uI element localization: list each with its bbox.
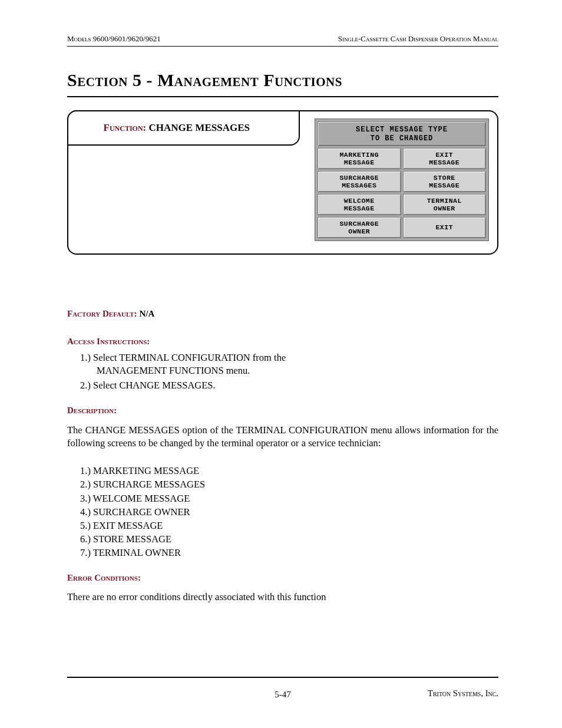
screen-button-surcharge-owner[interactable]: SURCHARGE OWNER [318, 217, 401, 238]
access-step: 1.) Select TERMINAL CONFIGURATION from t… [80, 351, 310, 378]
screen-button-welcome-message[interactable]: WELCOME MESSAGE [318, 194, 401, 215]
list-item: 3.) WELCOME MESSAGE [80, 492, 498, 505]
page-header: Models 9600/9601/9620/9621 Single-Casset… [67, 34, 498, 47]
access-instructions-block: Access Instructions: [67, 337, 498, 347]
list-item: 7.) TERMINAL OWNER [80, 546, 498, 559]
list-item: 6.) STORE MESSAGE [80, 532, 498, 546]
list-item: 5.) EXIT MESSAGE [80, 519, 498, 532]
screen-button-marketing-message[interactable]: MARKETING MESSAGE [318, 148, 401, 169]
terminal-screen: SELECT MESSAGE TYPE TO BE CHANGED MARKET… [315, 118, 489, 241]
screen-button-grid: MARKETING MESSAGE EXIT MESSAGE SURCHARGE… [318, 148, 486, 238]
error-conditions-label-row: Error Conditions: [67, 572, 498, 583]
access-step: 2.) Select CHANGE MESSAGES. [80, 379, 310, 392]
header-right: Single-Cassette Cash Dispenser Operation… [338, 34, 498, 44]
description-label-row: Description: [67, 405, 498, 416]
title-rule [67, 96, 498, 97]
factory-default-label: Factory Default: [67, 309, 137, 318]
body-content: Factory Default: N/A Access Instructions… [67, 309, 498, 603]
page-footer: Triton Systems, Inc. 5-47 [67, 677, 498, 699]
list-item: 1.) MARKETING MESSAGE [80, 464, 498, 477]
error-conditions-label: Error Conditions: [67, 573, 141, 582]
header-left: Models 9600/9601/9620/9621 [67, 34, 161, 44]
description-label: Description: [67, 406, 117, 415]
function-label: Function: [104, 122, 147, 133]
screen-button-terminal-owner[interactable]: TERMINAL OWNER [403, 194, 487, 215]
list-item: 4.) SURCHARGE OWNER [80, 505, 498, 519]
screen-button-store-message[interactable]: STORE MESSAGE [403, 171, 487, 192]
screen-button-surcharge-messages[interactable]: SURCHARGE MESSAGES [318, 171, 401, 192]
description-paragraph: The CHANGE MESSAGES option of the TERMIN… [67, 424, 498, 450]
message-type-list: 1.) MARKETING MESSAGE 2.) SURCHARGE MESS… [67, 464, 498, 559]
section-title: Section 5 - Management Functions [67, 70, 498, 90]
access-instructions-label: Access Instructions: [67, 337, 150, 346]
screen-button-exit[interactable]: EXIT [403, 217, 487, 238]
error-conditions-text: There are no error conditions directly a… [67, 591, 498, 603]
access-steps-list: 1.) Select TERMINAL CONFIGURATION from t… [67, 351, 310, 392]
screen-title: SELECT MESSAGE TYPE TO BE CHANGED [318, 121, 486, 146]
function-name: CHANGE MESSAGES [148, 122, 249, 133]
list-item: 2.) SURCHARGE MESSAGES [80, 477, 498, 491]
function-frame: Function: CHANGE MESSAGES SELECT MESSAGE… [67, 110, 498, 255]
factory-default-value: N/A [139, 309, 154, 318]
function-tab: Function: CHANGE MESSAGES [67, 110, 300, 146]
footer-rule [67, 677, 498, 678]
screen-button-exit-message[interactable]: EXIT MESSAGE [403, 148, 487, 169]
page-number: 5-47 [67, 690, 498, 700]
factory-default-row: Factory Default: N/A [67, 309, 498, 319]
